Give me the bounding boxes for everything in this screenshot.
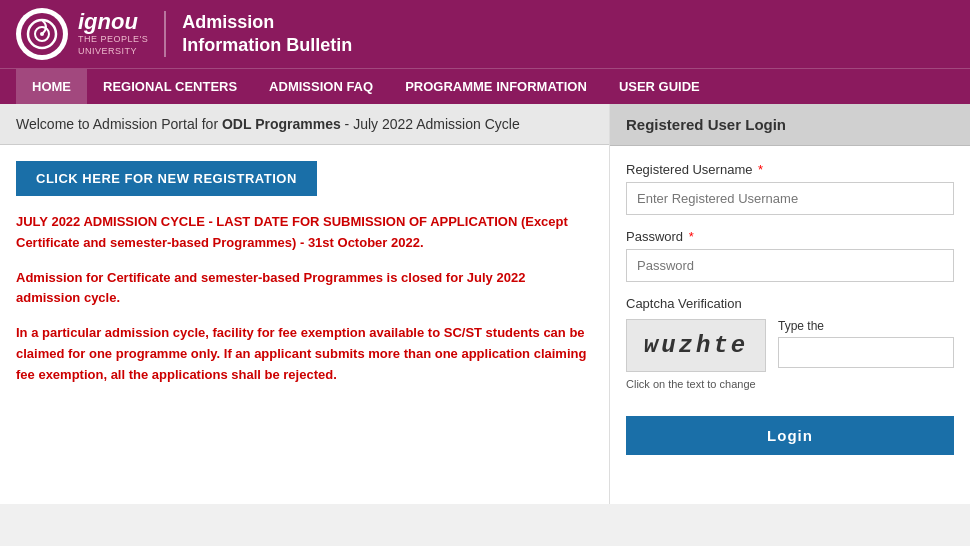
username-label: Registered Username * xyxy=(626,162,954,177)
logo-area: ignou THE PEOPLE'S UNIVERSITY xyxy=(16,8,148,60)
password-required: * xyxy=(685,229,694,244)
right-sidebar: Registered User Login Registered Usernam… xyxy=(610,104,970,504)
password-label: Password * xyxy=(626,229,954,244)
username-input[interactable] xyxy=(626,182,954,215)
welcome-bar: Welcome to Admission Portal for ODL Prog… xyxy=(0,104,609,145)
logo-text: ignou THE PEOPLE'S UNIVERSITY xyxy=(78,10,148,58)
nav-home[interactable]: HOME xyxy=(16,69,87,104)
nav-regional-centers[interactable]: REGIONAL CENTERS xyxy=(87,69,253,104)
captcha-area: wuzhte Type the xyxy=(626,319,954,372)
welcome-prefix: Welcome to Admission Portal for xyxy=(16,116,222,132)
captcha-group: Captcha Verification wuzhte Type the Cli… xyxy=(626,296,954,390)
main-nav: HOME REGIONAL CENTERS ADMISSION FAQ PROG… xyxy=(0,68,970,104)
captcha-label: Captcha Verification xyxy=(626,296,954,311)
main-layout: Welcome to Admission Portal for ODL Prog… xyxy=(0,104,970,504)
captcha-hint: Click on the text to change xyxy=(626,378,954,390)
header-title: Admission Information Bulletin xyxy=(164,11,352,58)
logo-subtext1: THE PEOPLE'S xyxy=(78,34,148,46)
notice-3: In a particular admission cycle, facilit… xyxy=(16,323,593,385)
nav-programme-information[interactable]: PROGRAMME INFORMATION xyxy=(389,69,603,104)
login-button[interactable]: Login xyxy=(626,416,954,455)
left-content: Welcome to Admission Portal for ODL Prog… xyxy=(0,104,610,504)
header: ignou THE PEOPLE'S UNIVERSITY Admission … xyxy=(0,0,970,68)
captcha-right: Type the xyxy=(778,319,954,368)
new-registration-button[interactable]: CLICK HERE FOR NEW REGISTRATION xyxy=(16,161,317,196)
notice-1: JULY 2022 ADMISSION CYCLE - LAST DATE FO… xyxy=(16,212,593,254)
login-header: Registered User Login xyxy=(610,104,970,146)
content-area: CLICK HERE FOR NEW REGISTRATION JULY 202… xyxy=(0,145,609,416)
welcome-suffix: - July 2022 Admission Cycle xyxy=(341,116,520,132)
login-form: Registered Username * Password * Captcha… xyxy=(610,146,970,471)
password-input[interactable] xyxy=(626,249,954,282)
username-required: * xyxy=(754,162,763,177)
captcha-type-label: Type the xyxy=(778,319,954,333)
logo-subtext2: UNIVERSITY xyxy=(78,46,148,58)
captcha-image[interactable]: wuzhte xyxy=(626,319,766,372)
nav-user-guide[interactable]: USER GUIDE xyxy=(603,69,716,104)
username-group: Registered Username * xyxy=(626,162,954,215)
notice-2: Admission for Certificate and semester-b… xyxy=(16,268,593,310)
password-group: Password * xyxy=(626,229,954,282)
logo-name: ignou xyxy=(78,10,148,34)
welcome-bold: ODL Programmes xyxy=(222,116,341,132)
captcha-input[interactable] xyxy=(778,337,954,368)
logo-circle xyxy=(16,8,68,60)
nav-admission-faq[interactable]: ADMISSION FAQ xyxy=(253,69,389,104)
